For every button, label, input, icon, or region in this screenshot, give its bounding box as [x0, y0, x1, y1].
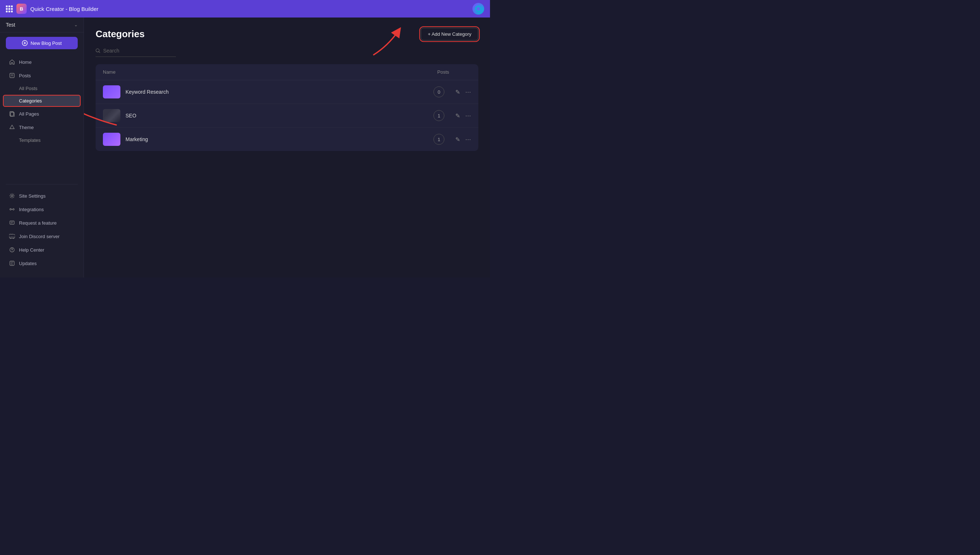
page-title: Categories — [96, 29, 145, 40]
app-title: Quick Creator - Blog Builder — [30, 6, 98, 12]
sidebar-item-site-settings-label: Site Settings — [19, 193, 46, 199]
sidebar-divider — [6, 184, 78, 184]
topbar-left: B Quick Creator - Blog Builder — [6, 4, 98, 14]
sidebar-item-all-posts-label: All Posts — [19, 86, 38, 91]
col-name-header: Name — [103, 69, 116, 75]
home-icon — [9, 59, 15, 65]
category-thumbnail — [103, 109, 120, 122]
sidebar-item-request-feature-label: Request a feature — [19, 220, 56, 226]
sidebar-item-posts-label: Posts — [19, 73, 31, 79]
svg-point-22 — [96, 49, 99, 52]
more-options-icon[interactable]: ⋯ — [465, 88, 471, 96]
main-header: Categories + Add New Category — [96, 28, 478, 40]
row-actions: 1 ✎ ⋯ — [434, 110, 471, 121]
table-row: SEO 1 ✎ ⋯ — [96, 104, 478, 128]
sidebar-item-all-pages-label: All Pages — [19, 111, 39, 117]
svg-marker-9 — [10, 125, 14, 129]
sidebar-item-home-label: Home — [19, 59, 32, 65]
svg-point-15 — [11, 236, 12, 237]
workspace-selector[interactable]: Test ⌄ — [0, 18, 84, 32]
topbar: B Quick Creator - Blog Builder — [0, 0, 490, 18]
post-count-badge: 0 — [434, 87, 444, 97]
chevron-down-icon: ⌄ — [74, 22, 78, 27]
sidebar-item-categories[interactable]: Categories — [3, 95, 80, 107]
layout: Test ⌄ New Blog Post Home — [0, 18, 490, 278]
sidebar-item-templates[interactable]: Templates — [3, 134, 80, 146]
sidebar-item-templates-label: Templates — [19, 138, 40, 143]
add-new-category-label: + Add New Category — [427, 31, 471, 37]
post-count-badge: 1 — [434, 110, 444, 121]
col-posts-header: Posts — [437, 69, 449, 75]
sidebar-nav: Home Posts All Posts Categories — [0, 54, 84, 181]
updates-icon — [9, 260, 15, 266]
app-logo: B — [16, 4, 27, 14]
sidebar-item-updates[interactable]: Updates — [3, 257, 80, 270]
sidebar-item-all-posts[interactable]: All Posts — [3, 82, 80, 95]
edit-icon[interactable]: ✎ — [455, 88, 460, 96]
new-blog-post-button[interactable]: New Blog Post — [6, 37, 78, 49]
sidebar-item-integrations[interactable]: Integrations — [3, 203, 80, 216]
sidebar-item-home[interactable]: Home — [3, 55, 80, 69]
search-icon — [96, 48, 100, 53]
svg-point-18 — [12, 250, 12, 251]
search-input[interactable] — [103, 48, 176, 54]
request-icon — [9, 220, 15, 226]
discord-icon — [9, 233, 15, 240]
main-content: Categories + Add New Category Name Posts… — [84, 18, 490, 278]
sidebar-item-help[interactable]: Help Center — [3, 243, 80, 257]
table-row: Marketing 1 ✎ ⋯ — [96, 128, 478, 151]
avatar[interactable] — [472, 3, 484, 14]
categories-table: Name Posts Keyword Research 0 ✎ ⋯ SEO — [96, 64, 478, 151]
sidebar-item-site-settings[interactable]: Site Settings — [3, 189, 80, 202]
more-options-icon[interactable]: ⋯ — [465, 112, 471, 119]
svg-point-12 — [13, 209, 14, 210]
pages-icon — [9, 111, 15, 117]
sidebar-item-all-pages[interactable]: All Pages — [3, 107, 80, 120]
table-row: Keyword Research 0 ✎ ⋯ — [96, 80, 478, 104]
integrations-icon — [9, 206, 15, 213]
category-thumbnail — [103, 85, 120, 98]
edit-icon[interactable]: ✎ — [455, 136, 460, 143]
sidebar-item-integrations-label: Integrations — [19, 207, 44, 212]
row-actions: 0 ✎ ⋯ — [434, 87, 471, 97]
posts-icon — [9, 72, 15, 79]
plus-circle-icon — [22, 40, 28, 46]
sidebar-item-discord[interactable]: Join Discord server — [3, 230, 80, 243]
grid-icon[interactable] — [6, 5, 13, 13]
row-actions: 1 ✎ ⋯ — [434, 134, 471, 145]
sidebar-item-discord-label: Join Discord server — [19, 234, 59, 239]
sidebar-bottom: Site Settings Integrations — [0, 188, 84, 272]
category-name: SEO — [125, 113, 434, 119]
sidebar-item-updates-label: Updates — [19, 261, 37, 266]
more-options-icon[interactable]: ⋯ — [465, 136, 471, 143]
category-thumbnail — [103, 133, 120, 146]
search-bar — [96, 48, 176, 57]
category-name: Marketing — [125, 136, 434, 142]
sidebar: Test ⌄ New Blog Post Home — [0, 18, 84, 278]
svg-rect-4 — [10, 73, 14, 78]
svg-rect-14 — [10, 221, 14, 224]
svg-point-10 — [11, 195, 13, 197]
edit-icon[interactable]: ✎ — [455, 112, 460, 119]
sidebar-item-request-feature[interactable]: Request a feature — [3, 216, 80, 229]
svg-line-23 — [99, 52, 100, 53]
sidebar-item-posts[interactable]: Posts — [3, 69, 80, 82]
sidebar-item-categories-label: Categories — [19, 98, 42, 104]
sidebar-item-theme-label: Theme — [19, 125, 34, 130]
theme-icon — [9, 124, 15, 130]
category-name: Keyword Research — [125, 89, 434, 95]
table-header: Name Posts — [96, 64, 478, 80]
post-count-badge: 1 — [434, 134, 444, 145]
svg-point-16 — [13, 236, 13, 237]
sidebar-item-help-label: Help Center — [19, 247, 44, 253]
svg-point-11 — [10, 209, 11, 210]
add-new-category-button[interactable]: + Add New Category — [421, 28, 478, 40]
workspace-name: Test — [6, 22, 15, 28]
help-icon — [9, 247, 15, 253]
sidebar-item-theme[interactable]: Theme — [3, 121, 80, 134]
svg-point-0 — [475, 5, 482, 12]
gear-icon — [9, 192, 15, 199]
